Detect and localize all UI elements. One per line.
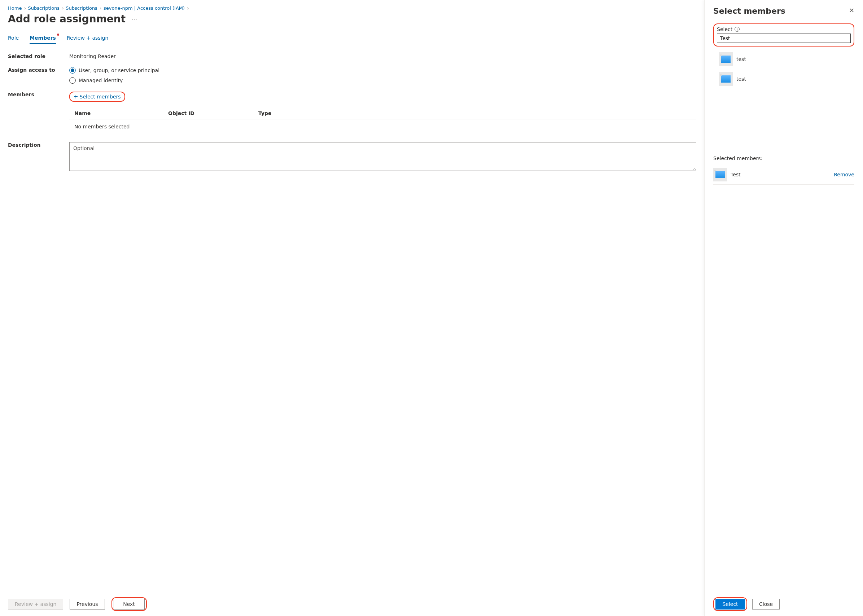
chevron-right-icon: › bbox=[187, 5, 189, 11]
selected-role-label: Selected role bbox=[8, 53, 69, 59]
breadcrumb-home[interactable]: Home bbox=[8, 5, 22, 11]
breadcrumb-subscriptions-1[interactable]: Subscriptions bbox=[28, 5, 60, 11]
tab-role[interactable]: Role bbox=[8, 35, 19, 44]
panel-title: Select members bbox=[713, 6, 786, 16]
close-icon[interactable]: ✕ bbox=[849, 6, 854, 14]
selected-name: Test bbox=[731, 172, 741, 178]
members-empty-row: No members selected bbox=[69, 119, 696, 134]
search-label: Select bbox=[717, 26, 733, 32]
info-icon[interactable]: i bbox=[734, 27, 740, 32]
breadcrumb-subscriptions-2[interactable]: Subscriptions bbox=[66, 5, 97, 11]
radio-managed-identity[interactable]: Managed identity bbox=[69, 77, 696, 84]
col-object-id: Object ID bbox=[168, 110, 258, 116]
radio-managed-label: Managed identity bbox=[79, 77, 123, 83]
tab-members-label: Members bbox=[30, 35, 56, 41]
assign-access-label: Assign access to bbox=[8, 67, 69, 73]
col-name: Name bbox=[74, 110, 168, 116]
chevron-right-icon: › bbox=[24, 5, 26, 11]
selected-members-label: Selected members: bbox=[713, 156, 854, 161]
select-members-panel: Select members ✕ Select i test test bbox=[704, 0, 863, 616]
select-members-link[interactable]: + Select members bbox=[74, 93, 121, 100]
col-type: Type bbox=[258, 110, 691, 116]
select-members-link-label: Select members bbox=[80, 94, 121, 99]
remove-link[interactable]: Remove bbox=[834, 172, 854, 178]
app-icon bbox=[719, 72, 733, 86]
app-icon bbox=[713, 168, 727, 181]
select-button[interactable]: Select bbox=[715, 599, 745, 610]
radio-user-label: User, group, or service principal bbox=[79, 68, 159, 73]
result-row[interactable]: test bbox=[719, 49, 854, 69]
tab-review[interactable]: Review + assign bbox=[67, 35, 108, 44]
alert-dot-icon bbox=[57, 33, 59, 36]
breadcrumb-iam[interactable]: sevone-npm | Access control (IAM) bbox=[104, 5, 185, 11]
radio-unchecked-icon bbox=[69, 77, 76, 84]
selected-row: Test Remove bbox=[713, 165, 854, 185]
plus-icon: + bbox=[74, 93, 78, 100]
members-table-header: Name Object ID Type bbox=[69, 107, 696, 119]
more-icon[interactable]: ⋯ bbox=[131, 16, 137, 22]
result-row[interactable]: test bbox=[719, 69, 854, 89]
tab-members[interactable]: Members bbox=[30, 35, 56, 44]
members-label: Members bbox=[8, 92, 69, 97]
radio-checked-icon bbox=[69, 67, 76, 74]
selected-role-value: Monitoring Reader bbox=[69, 53, 696, 59]
chevron-right-icon: › bbox=[99, 5, 101, 11]
app-icon bbox=[719, 52, 733, 66]
result-name: test bbox=[736, 76, 746, 82]
close-button[interactable]: Close bbox=[752, 599, 780, 610]
breadcrumb: Home › Subscriptions › Subscriptions › s… bbox=[8, 5, 696, 11]
previous-button[interactable]: Previous bbox=[70, 599, 105, 610]
page-title: Add role assignment bbox=[8, 13, 126, 25]
search-results: test test bbox=[719, 49, 854, 89]
next-button[interactable]: Next bbox=[114, 599, 145, 610]
radio-user-group-sp[interactable]: User, group, or service principal bbox=[69, 67, 696, 74]
chevron-right-icon: › bbox=[62, 5, 63, 11]
result-name: test bbox=[736, 56, 746, 62]
tabs: Role Members Review + assign bbox=[8, 35, 696, 44]
member-search-input[interactable] bbox=[717, 33, 851, 43]
review-assign-button[interactable]: Review + assign bbox=[8, 599, 63, 610]
description-input[interactable] bbox=[69, 142, 696, 171]
description-label: Description bbox=[8, 142, 69, 148]
